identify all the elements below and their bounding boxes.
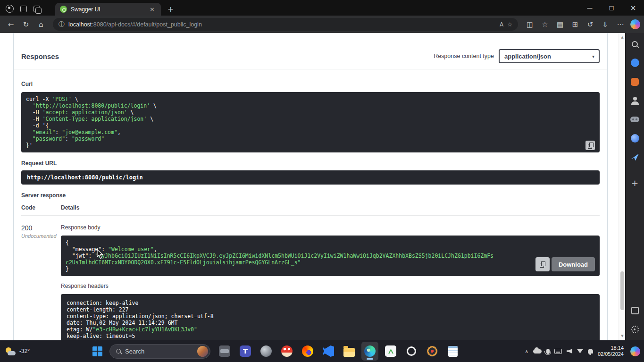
- status-code: 200: [21, 224, 61, 232]
- tray-time: 18:14: [598, 345, 624, 351]
- sidebar-shopping-icon[interactable]: [630, 58, 640, 68]
- response-content-type-select[interactable]: application/json ▾: [499, 49, 600, 63]
- table-row: 200 Undocumented Response body { "messag…: [21, 216, 600, 340]
- weather-temp: -32°: [19, 348, 30, 354]
- window-minimize-button[interactable]: —: [579, 0, 601, 16]
- read-aloud-icon[interactable]: A: [500, 21, 503, 28]
- screen: Swagger UI × + — □ × ← ↻ ⌂ ⓘ localhost:8…: [0, 0, 644, 362]
- history-icon[interactable]: ↺: [583, 17, 597, 32]
- more-menu-icon[interactable]: ⋯: [613, 17, 627, 32]
- app-vscode-icon[interactable]: [320, 342, 337, 361]
- divider: [14, 69, 607, 69]
- workspaces-icon[interactable]: [20, 6, 27, 12]
- browser-titlebar: Swagger UI × + — □ ×: [0, 0, 644, 16]
- sidebar-people-icon[interactable]: [630, 95, 640, 106]
- tab-title: Swagger UI: [71, 6, 144, 13]
- url-text: localhost:8080/api-docs/#/default/post_p…: [68, 21, 202, 28]
- tab-close-icon[interactable]: ×: [148, 6, 156, 13]
- app-edge-icon[interactable]: [361, 342, 378, 361]
- sidebar-drop-icon[interactable]: [630, 152, 640, 162]
- copy-icon: [540, 261, 545, 267]
- sidebar-basket-icon[interactable]: [630, 76, 640, 87]
- sidebar-m365-icon[interactable]: [630, 133, 640, 143]
- address-bar[interactable]: ⓘ localhost:8080/api-docs/#/default/post…: [53, 18, 518, 31]
- response-headers-block: connection: keep-alive content-length: 2…: [61, 294, 600, 340]
- response-content-type-label: Response content type: [434, 53, 494, 59]
- browser-tab-swagger-ui[interactable]: Swagger UI ×: [55, 3, 161, 16]
- back-icon[interactable]: ←: [4, 17, 18, 32]
- sidebar-search-icon[interactable]: [630, 39, 640, 49]
- app-notepad-icon[interactable]: [444, 342, 461, 361]
- app-firefox-icon[interactable]: [299, 342, 316, 361]
- app-file-explorer-icon[interactable]: [341, 342, 358, 361]
- response-body-block: { "message": "Welcome user", "jwt": "eyJ…: [61, 236, 600, 276]
- response-headers-text: connection: keep-alive content-length: 2…: [67, 300, 594, 340]
- swagger-page: Responses Response content type applicat…: [0, 33, 619, 340]
- curl-code-block: curl -X 'POST' \ 'http://localhost:8080/…: [21, 92, 600, 152]
- operation-block: Responses Response content type applicat…: [13, 33, 608, 340]
- app-teams-icon[interactable]: [237, 342, 254, 361]
- windows-taskbar: -32° Search: [0, 340, 644, 362]
- tab-actions-icon[interactable]: [33, 6, 40, 12]
- taskbar-copilot-icon[interactable]: [630, 346, 640, 356]
- notification-bell-icon[interactable]: [588, 349, 593, 354]
- scroll-up-icon[interactable]: ▲: [619, 34, 626, 41]
- status-note: Undocumented: [21, 233, 61, 239]
- page-scrollbar[interactable]: ▲ ▼: [619, 33, 625, 340]
- window-close-button[interactable]: ×: [622, 0, 644, 16]
- touch-keyboard-icon[interactable]: [554, 349, 562, 354]
- copy-curl-button[interactable]: [585, 141, 595, 150]
- profile-avatar-icon[interactable]: [6, 5, 14, 13]
- speaker-icon[interactable]: [567, 349, 572, 354]
- request-url-value: http://localhost:8080/public/login: [21, 170, 600, 185]
- app-white-circle-icon[interactable]: [403, 342, 420, 361]
- microphone-icon[interactable]: [546, 349, 550, 354]
- server-response-label: Server response: [21, 192, 600, 199]
- weather-widget[interactable]: -32°: [6, 340, 30, 362]
- site-info-icon[interactable]: ⓘ: [59, 20, 65, 29]
- start-button[interactable]: [89, 342, 106, 361]
- sidebar-add-icon[interactable]: +: [630, 177, 640, 188]
- favorite-star-icon[interactable]: ☆: [507, 21, 512, 28]
- collections-icon[interactable]: ▤: [553, 17, 567, 32]
- app-game-mushroom-icon[interactable]: [278, 342, 295, 361]
- refresh-icon[interactable]: ↻: [19, 17, 33, 32]
- copy-response-button[interactable]: [535, 257, 550, 271]
- scrollbar-thumb[interactable]: [620, 271, 624, 310]
- split-screen-icon[interactable]: ◫: [523, 17, 537, 32]
- details-column-header: Details: [61, 204, 600, 211]
- tray-chevron-up-icon[interactable]: ∧: [525, 349, 528, 354]
- extensions-icon[interactable]: ⊞: [568, 17, 582, 32]
- window-maximize-button[interactable]: □: [601, 0, 622, 16]
- copilot-icon[interactable]: [630, 19, 640, 29]
- clock-date[interactable]: 18:14 02/05/2024: [598, 345, 624, 357]
- sidebar-screenshot-icon[interactable]: [630, 305, 640, 316]
- request-url-label: Request URL: [21, 160, 600, 167]
- app-a-icon[interactable]: [382, 342, 399, 361]
- sidebar-settings-icon[interactable]: [630, 324, 640, 335]
- sidebar-games-icon[interactable]: [630, 114, 640, 125]
- chevron-down-icon: ▾: [592, 54, 594, 59]
- swagger-favicon-icon: [60, 6, 67, 13]
- curl-label: Curl: [21, 81, 600, 87]
- app-target-icon[interactable]: [424, 342, 441, 361]
- url-host: localhost: [68, 21, 92, 28]
- network-icon[interactable]: [577, 349, 583, 354]
- response-body-json: { "message": "Welcome user", "jwt": "eyJ…: [66, 239, 496, 272]
- scroll-down-icon[interactable]: ▼: [619, 333, 626, 339]
- cloud-icon[interactable]: [533, 349, 542, 354]
- windows-logo-icon: [92, 346, 102, 356]
- favorites-icon[interactable]: ☆: [538, 17, 552, 32]
- download-button[interactable]: Download: [552, 257, 595, 271]
- app-taskview-icon[interactable]: [216, 342, 233, 361]
- new-tab-button[interactable]: +: [161, 5, 180, 16]
- app-steam-icon[interactable]: [258, 342, 275, 361]
- search-icon: [116, 349, 121, 354]
- url-path: :8080/api-docs/#/default/post_public_log…: [92, 21, 202, 28]
- downloads-icon[interactable]: ⇩: [598, 17, 612, 32]
- copy-icon: [588, 143, 593, 148]
- search-highlight-image: [197, 346, 208, 357]
- taskbar-search[interactable]: Search: [109, 344, 210, 359]
- home-icon[interactable]: ⌂: [34, 17, 48, 32]
- edge-sidebar: +: [625, 33, 644, 340]
